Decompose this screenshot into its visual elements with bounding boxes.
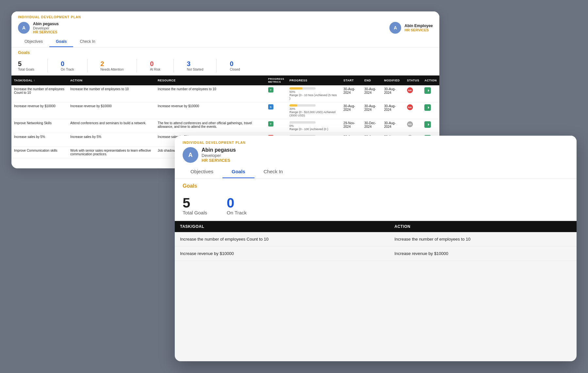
front-row2-action: Increase revenue by $10000 [389, 246, 577, 261]
back-right-user-details: Abin Employee HR SERVICES [404, 24, 433, 32]
front-stat-total-num: 5 [183, 196, 207, 210]
front-stat-ontrack-num: 0 [227, 196, 247, 210]
row2-status: NA [404, 102, 422, 119]
front-user-info: A Abin pegasus Developer HR SERVICES [183, 147, 569, 163]
row2-metric: S [266, 102, 287, 119]
back-stats-row: 5 Total Goals 0 On Track 2 Needs Attenti… [11, 56, 439, 76]
front-section-label: Goals [175, 178, 577, 191]
front-user-role: Developer [202, 153, 236, 158]
tab-checkin[interactable]: Check In [73, 37, 102, 47]
action-icon[interactable] [424, 104, 431, 111]
stat-at-risk: 0 At Risk [150, 59, 174, 73]
row2-modified: 30-Aug-2024 [382, 102, 404, 119]
front-tab-objectives[interactable]: Objectives [181, 165, 222, 178]
progress-fill [289, 87, 302, 90]
back-card-user-info: A Abin pegasus Developer HR SERVICES A A… [18, 22, 433, 34]
row1-modified: 30-Aug-2024 [382, 85, 404, 102]
progress-range: Range (0 - 10 Nos )Achieved (5 Nos ) [289, 93, 338, 100]
row2-progress: 30% Range (0 - $10,000 USD) Achieved (30… [287, 102, 341, 119]
front-table-row: Increase revenue by $10000 Increase reve… [175, 246, 577, 261]
front-table-container: TASK/GOAL ACTION Increase the number of … [175, 221, 577, 261]
tab-goals[interactable]: Goals [49, 37, 73, 47]
front-row1-task: Increase the number of employees Count t… [175, 232, 389, 246]
front-stat-ontrack-label: On Track [227, 210, 247, 215]
row3-action: Attend conferences and seminars to build… [68, 119, 155, 133]
row1-action: Increase the number of employees to 10 [68, 85, 155, 102]
row3-resource: The fee to attend conferences and other … [155, 119, 266, 133]
progress-bar-wrap [289, 121, 316, 124]
stat-atrisk-num: 0 [150, 60, 154, 68]
col-resource: RESOURCE [155, 76, 266, 85]
table-row: Improve Networking Skills Attend confere… [11, 119, 439, 133]
front-card-title: INDIVIDUAL DEVELOPMENT PLAN [183, 141, 569, 144]
back-user-details: Abin pegasus Developer HR SERVICES [33, 22, 59, 34]
front-col-action: ACTION [389, 221, 577, 232]
front-stat-total: 5 Total Goals [183, 196, 207, 215]
row1-action-cell[interactable] [422, 85, 439, 102]
row1-metric: T [266, 85, 287, 102]
tab-objectives[interactable]: Objectives [18, 37, 49, 47]
table-row: Increase revenue by $10000 Increase reve… [11, 102, 439, 119]
metric-badge-t: T [268, 87, 273, 93]
front-data-table: TASK/GOAL ACTION Increase the number of … [175, 221, 577, 261]
col-task: TASK/GOAL ↑ [11, 76, 68, 85]
col-action-hdr: ACTION [422, 76, 439, 85]
row1-progress: 50% Range (0 - 10 Nos )Achieved (5 Nos ) [287, 85, 341, 102]
back-section-label: Goals [11, 47, 439, 56]
progress-bar-wrap [289, 87, 316, 90]
front-tabs: Objectives Goals Check In [175, 165, 577, 178]
col-action: ACTION [68, 76, 155, 85]
action-icon[interactable] [424, 87, 431, 94]
row5-action: Work with senior sales representatives t… [68, 147, 155, 158]
row2-task: Increase revenue by $10000 [11, 102, 68, 119]
row1-resource: Increase the number of employees to 10 [155, 85, 266, 102]
stat-total-goals: 5 Total Goals [18, 59, 48, 73]
row5-task: Improve Communication skills [11, 147, 68, 158]
progress-bar-wrap [289, 104, 316, 107]
back-right-user-name: Abin Employee [404, 24, 433, 28]
row1-status: NA [404, 85, 422, 102]
back-right-user-dept: HR SERVICES [404, 28, 433, 32]
front-tab-checkin[interactable]: Check In [254, 165, 292, 178]
front-user-details: Abin pegasus Developer HR SERVICES [202, 147, 236, 163]
col-status: STATUS [404, 76, 422, 85]
stat-attention-num: 2 [101, 60, 104, 68]
back-tabs: Objectives Goals Check In [11, 37, 439, 47]
front-stat-ontrack: 0 On Track [227, 196, 247, 215]
back-user-role: Developer [33, 26, 59, 30]
back-card-title: INDIVIDUAL DEVELOPMENT PLAN [18, 15, 433, 19]
row4-task: Increase sales by 5% [11, 133, 68, 147]
row3-start: 29-Nov-2024 [341, 119, 362, 133]
row3-modified: 30-Aug-2024 [382, 119, 404, 133]
status-badge-na: NA [407, 104, 413, 110]
col-start: START [341, 76, 362, 85]
front-card-header: INDIVIDUAL DEVELOPMENT PLAN A Abin pegas… [175, 136, 577, 165]
front-stats-row: 5 Total Goals 0 On Track [175, 191, 577, 221]
table-row: Increase the number of employees Count t… [11, 85, 439, 102]
row1-task: Increase the number of employees Count t… [11, 85, 68, 102]
front-row1-action: Increase the number of employees to 10 [389, 232, 577, 246]
stat-total-label: Total Goals [18, 68, 34, 71]
stat-notstarted-label: Not Started [187, 68, 204, 71]
front-row2-task: Increase revenue by $10000 [175, 246, 389, 261]
row3-action-cell[interactable] [422, 119, 439, 133]
front-user-dept: HR SERVICES [202, 158, 236, 163]
row1-end: 30-Aug-2024 [362, 85, 381, 102]
status-badge-na: NA [407, 87, 413, 93]
front-tab-goals[interactable]: Goals [222, 165, 254, 178]
stat-needs-attention: 2 Needs Attention [101, 59, 137, 73]
row2-action-cell[interactable] [422, 102, 439, 119]
stat-not-started: 3 Not Started [187, 59, 217, 73]
front-table-row: Increase the number of employees Count t… [175, 232, 577, 246]
row2-action: Increase revenue by $10000 [68, 102, 155, 119]
stat-ontrack-num: 0 [61, 60, 64, 68]
row2-resource: Increase revenue by $10000 [155, 102, 266, 119]
row3-metric: T [266, 119, 287, 133]
row4-action: Increase sales by 5% [68, 133, 155, 147]
status-badge-ns: NS [407, 121, 413, 127]
stat-attention-label: Needs Attention [101, 68, 124, 71]
progress-range: Range (0 - 100 )Achieved (0 ) [289, 127, 338, 131]
stat-notstarted-num: 3 [187, 60, 190, 68]
action-icon[interactable] [424, 121, 431, 128]
progress-pct-label: 50% [289, 90, 338, 93]
